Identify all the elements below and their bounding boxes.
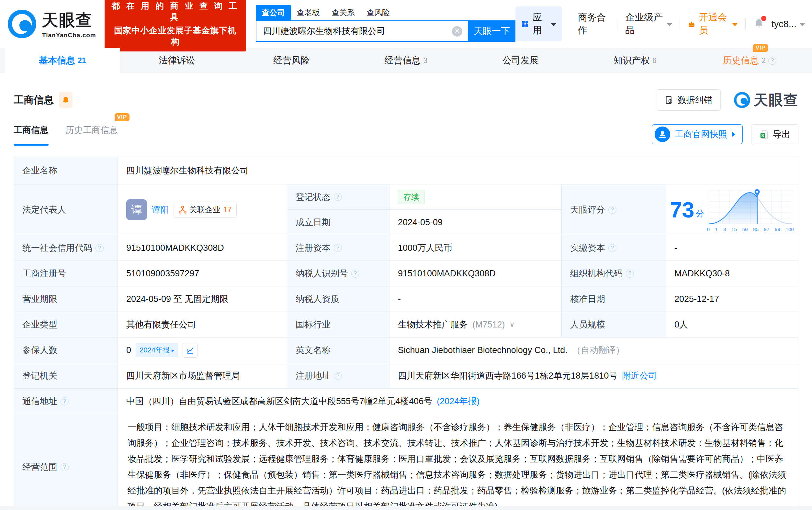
- value-establish-date: 2024-05-09: [389, 210, 561, 235]
- help-icon[interactable]: ?: [61, 397, 69, 406]
- business-info-table: 企业名称 四川婕波噻尔生物科技有限公司 法定代表人 谭 谭阳: [13, 157, 799, 510]
- trend-chart-button[interactable]: [183, 343, 198, 358]
- apps-menu[interactable]: 应用: [516, 6, 562, 41]
- data-correction-button[interactable]: 数据纠错: [657, 89, 721, 111]
- nav-enterprise-products[interactable]: 企业级产品: [625, 11, 672, 37]
- chevron-down-icon: [800, 23, 805, 26]
- annual-report-link[interactable]: 2024年报▸: [136, 343, 178, 357]
- help-icon[interactable]: ?: [95, 244, 104, 252]
- top-header: 天眼查 TianYanCha.com 都 在 用 的 商 业 查 询 工 具 国…: [0, 0, 812, 48]
- page-footer-strip: [0, 506, 812, 510]
- table-row: 通信地址? 中国（四川）自由贸易试验区成都高新区剑南大道中段555号7幢2单元4…: [14, 388, 798, 414]
- export-button[interactable]: 导出: [751, 124, 799, 144]
- label-registration-status: 登记状态?: [287, 184, 389, 210]
- help-icon[interactable]: ?: [334, 372, 342, 380]
- help-icon[interactable]: ?: [626, 270, 634, 278]
- table-row: 企业类型 其他有限责任公司 国标行业 生物技术推广服务(M7512) ∨ 人员规…: [14, 312, 798, 337]
- apps-label: 应用: [532, 11, 547, 37]
- banner-line1: 都 在 用 的 商 业 查 询 工 具: [111, 0, 239, 23]
- stamp-icon: [655, 126, 670, 142]
- score-distribution-chart: 0131550859799100: [707, 188, 794, 232]
- divider: [617, 18, 617, 30]
- tab-business-info[interactable]: 经营信息3: [349, 48, 463, 73]
- table-row: 营业期限 2024-05-09 至 无固定期限 纳税人资质 - 核准日期 202…: [14, 286, 798, 312]
- legal-rep-link[interactable]: 谭阳: [151, 204, 169, 215]
- username: tyc8...: [772, 19, 796, 29]
- subtab-business-registration[interactable]: 工商信息: [13, 124, 49, 150]
- value-approval-date: 2025-12-17: [666, 287, 798, 312]
- value-paid-capital: -: [666, 235, 798, 261]
- divider: [745, 18, 746, 30]
- score-axis: 0131550859799100: [707, 227, 794, 232]
- company-section-tabs: 基本信息21 法律诉讼 经营风险 经营信息3 公司发展 知识产权6 VIP 历史…: [0, 48, 812, 73]
- value-business-term: 2024-05-09 至 无固定期限: [118, 287, 287, 312]
- search-tab-risk[interactable]: 查风险: [361, 5, 396, 20]
- tab-history-info[interactable]: VIP 历史信息2 ?: [692, 48, 807, 73]
- help-icon[interactable]: ?: [768, 57, 776, 65]
- org-chart-icon: [178, 206, 187, 214]
- label-registered-address: 注册地址?: [287, 363, 389, 388]
- official-snapshot-button[interactable]: 工商官网快照: [652, 124, 743, 144]
- label-company-name: 企业名称: [14, 157, 118, 184]
- search-tab-boss[interactable]: 查老板: [291, 5, 326, 20]
- help-icon[interactable]: ?: [61, 463, 69, 471]
- chevron-down-icon[interactable]: ∨: [510, 320, 515, 329]
- value-insured-count: 0 2024年报▸: [118, 337, 287, 363]
- label-taxpayer-quality: 纳税人资质: [287, 287, 389, 312]
- value-company-type: 其他有限责任公司: [118, 312, 287, 337]
- search-input[interactable]: [256, 20, 468, 42]
- excel-icon: [759, 129, 769, 139]
- nearby-companies-link[interactable]: 附近公司: [622, 370, 657, 382]
- tab-basic-info[interactable]: 基本信息21: [5, 48, 120, 73]
- subtab-history-registration[interactable]: VIP 历史工商信息: [65, 124, 118, 150]
- help-icon[interactable]: ?: [608, 244, 616, 252]
- help-icon[interactable]: ?: [334, 193, 342, 201]
- label-registered-capital: 注册资本?: [287, 235, 389, 261]
- related-companies-button[interactable]: 关联企业 17: [174, 202, 237, 218]
- annual-report-link[interactable]: (2024年报): [437, 395, 480, 407]
- notifications-bell-icon[interactable]: [753, 18, 764, 30]
- help-icon[interactable]: ?: [334, 244, 342, 252]
- search-tabs: 查公司 查老板 查关系 查风险: [256, 6, 516, 20]
- label-paid-capital: 实缴资本?: [561, 235, 666, 261]
- divider: [680, 18, 680, 30]
- value-staff-size: 0人: [666, 312, 798, 337]
- table-row: 工商注册号 510109003597297 纳税人识别号? 91510100MA…: [14, 261, 798, 286]
- value-tyc-score: 73分: [666, 184, 798, 235]
- search-tab-relation[interactable]: 查关系: [326, 5, 361, 20]
- help-icon[interactable]: ?: [608, 206, 616, 214]
- user-menu[interactable]: tyc8...: [772, 19, 805, 29]
- tab-operating-risk[interactable]: 经营风险: [234, 48, 349, 73]
- table-row: 法定代表人 谭 谭阳 关联企业 17: [14, 184, 798, 235]
- nav-open-membership[interactable]: 开通会员: [688, 11, 737, 37]
- clear-search-icon[interactable]: ✕: [452, 26, 462, 36]
- score-value: 73分: [670, 199, 704, 221]
- search-tab-company[interactable]: 查公司: [256, 5, 291, 20]
- status-badge: 存续: [398, 190, 425, 204]
- value-credit-code: 91510100MADKKQ308D: [118, 235, 287, 261]
- notification-dot: [761, 16, 766, 21]
- value-english-name: Sichuan Jiebothiaer Biotechnology Co., L…: [389, 337, 798, 363]
- tianyancha-logo-icon: [7, 9, 37, 39]
- subscribe-bell-icon[interactable]: [59, 92, 72, 108]
- tab-company-development[interactable]: 公司发展: [463, 48, 578, 73]
- main-content: 工商信息 数据纠错: [0, 89, 812, 510]
- nav-cooperation[interactable]: 商务合作: [578, 11, 610, 37]
- value-company-name: 四川婕波噻尔生物科技有限公司: [118, 157, 798, 184]
- search-button[interactable]: 天眼一下: [468, 20, 516, 42]
- tab-intellectual-property[interactable]: 知识产权6: [578, 48, 693, 73]
- value-registration-authority: 四川天府新区市场监督管理局: [118, 363, 287, 388]
- value-business-scope: 一般项目：细胞技术研发和应用；人体干细胞技术开发和应用；健康咨询服务（不含诊疗服…: [118, 414, 798, 510]
- label-business-term: 营业期限: [14, 287, 118, 312]
- search-block: 查公司 查老板 查关系 查风险 ✕ 天眼一下: [256, 6, 516, 42]
- table-row: 统一社会信用代码? 91510100MADKKQ308D 注册资本? 1000万…: [14, 235, 798, 261]
- table-row: 企业名称 四川婕波噻尔生物科技有限公司: [14, 157, 798, 184]
- crown-icon: [688, 19, 695, 29]
- avatar[interactable]: 谭: [126, 199, 147, 220]
- chevron-down-icon: [732, 23, 737, 26]
- tianyancha-company-page: 天眼查 TianYanCha.com 都 在 用 的 商 业 查 询 工 具 国…: [0, 0, 812, 510]
- tab-legal-proceedings[interactable]: 法律诉讼: [120, 48, 234, 73]
- tianyancha-logo[interactable]: 天眼查 TianYanCha.com: [7, 9, 96, 39]
- label-tyc-score: 天眼评分?: [561, 184, 666, 235]
- help-icon[interactable]: ?: [351, 270, 359, 278]
